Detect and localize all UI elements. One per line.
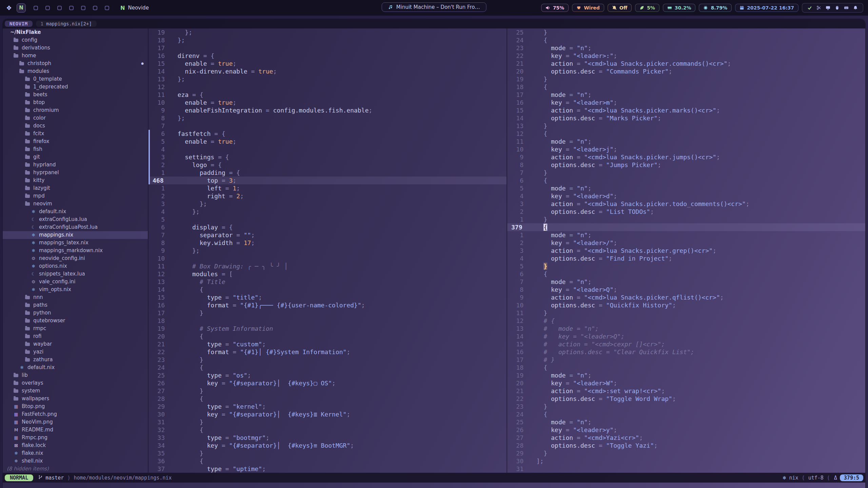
- tree-item-python[interactable]: python: [3, 309, 148, 317]
- code-line[interactable]: 14 options.desc = "Marks Picker";: [507, 114, 865, 122]
- code-line[interactable]: 4 };: [149, 208, 507, 216]
- workspace-empty[interactable]: [93, 6, 97, 10]
- tree-item-git[interactable]: git: [3, 153, 148, 161]
- tree-item-btop-png[interactable]: ▦Btop.png: [3, 403, 148, 410]
- code-line[interactable]: 14 # key = "<leader>Q";: [507, 332, 865, 340]
- code-line[interactable]: 15 # action = "<cmd>cexpr []<cr>";: [507, 340, 865, 348]
- code-line[interactable]: 11 # Box Drawing: ╭ ─ ╮ ╰ ╯ │: [149, 262, 507, 270]
- code-line[interactable]: 29 type = "kernel";: [149, 403, 507, 410]
- code-line[interactable]: 30 ];: [507, 457, 865, 465]
- workspace-active[interactable]: N: [17, 3, 26, 13]
- code-line[interactable]: 9 enableFishIntegration = config.modules…: [149, 106, 507, 114]
- launcher-icon[interactable]: ❖: [6, 4, 12, 12]
- code-line[interactable]: 23 }: [507, 403, 865, 410]
- tree-item-system[interactable]: system: [3, 387, 148, 395]
- module-cpu[interactable]: 8.79%: [699, 4, 732, 12]
- tree-item-readme-md[interactable]: MREADME.md: [3, 426, 148, 434]
- tree-item-fastfetch-png[interactable]: ▦FastFetch.png: [3, 410, 148, 418]
- code-line[interactable]: 26 key = "{#separator}│ {#keys}▢ OS";: [149, 379, 507, 387]
- code-line[interactable]: 2 options.desc = "List TODOs";: [507, 208, 865, 216]
- tree-item-lazygit[interactable]: lazygit: [3, 184, 148, 192]
- scissors-icon[interactable]: [816, 5, 821, 10]
- code-line[interactable]: 19 }: [507, 75, 865, 83]
- code-line[interactable]: 4 key = "<leader>d";: [507, 192, 865, 200]
- code-line[interactable]: 10 enable = true;: [149, 99, 507, 106]
- module-notifications[interactable]: Off: [608, 4, 632, 12]
- tree-item-kitty[interactable]: kitty: [3, 177, 148, 184]
- code-line[interactable]: 3 };: [149, 200, 507, 208]
- code-line[interactable]: 32 {: [149, 426, 507, 434]
- code-line[interactable]: 12: [149, 83, 507, 91]
- tree-item-flake-nix[interactable]: ❄flake.nix: [3, 449, 148, 457]
- code-line[interactable]: 6 display = {: [149, 223, 507, 231]
- code-line[interactable]: 21 action = "<cmd>:set wrap!<cr>";: [507, 387, 865, 395]
- display-icon[interactable]: [826, 5, 830, 10]
- code-line[interactable]: 16 # options.desc = "Clear Quickfix List…: [507, 348, 865, 356]
- tree-item-wallpapers[interactable]: wallpapers: [3, 395, 148, 403]
- code-line[interactable]: 6 {: [507, 177, 865, 184]
- tree-item-neovim-png[interactable]: ▦NeoVim.png: [3, 418, 148, 426]
- code-line[interactable]: 24 {: [149, 364, 507, 371]
- tree-item-home[interactable]: home: [3, 52, 148, 60]
- code-line[interactable]: 12 # {: [507, 317, 865, 325]
- code-line[interactable]: 8 key = "<leader>Q";: [507, 286, 865, 293]
- code-line[interactable]: 7 separator = "";: [149, 231, 507, 239]
- code-line[interactable]: 9 };: [149, 247, 507, 255]
- tree-item-qutebrowser[interactable]: qutebrowser: [3, 317, 148, 325]
- tree-item-rofi[interactable]: rofi: [3, 332, 148, 340]
- code-line[interactable]: 36 {: [149, 457, 507, 465]
- code-line[interactable]: 468 top = 3;: [149, 177, 507, 184]
- code-line[interactable]: 18 {: [507, 83, 865, 91]
- workspace-empty[interactable]: [69, 6, 74, 10]
- editor-pane-left[interactable]: 19 };18 };1716 direnv = {15 enable = tru…: [149, 28, 507, 473]
- tree-item-hyprpanel[interactable]: hyprpanel: [3, 169, 148, 177]
- code-line[interactable]: 4: [149, 145, 507, 153]
- code-line[interactable]: 25 }: [507, 28, 865, 36]
- code-line[interactable]: 20 key = "<leader>W";: [507, 379, 865, 387]
- code-line[interactable]: 1 left = 1;: [149, 184, 507, 192]
- tree-item-default-nix[interactable]: ❄default.nix: [3, 364, 148, 371]
- code-line[interactable]: 9 action = "<cmd>lua Snacks.picker.qflis…: [507, 293, 865, 301]
- code-line[interactable]: 10: [149, 255, 507, 262]
- tree-item-flake-lock[interactable]: ⊠flake.lock: [3, 442, 148, 449]
- code-line[interactable]: 27 }: [149, 387, 507, 395]
- code-line[interactable]: 28 options.desc = "Toggle Yazi";: [507, 442, 865, 449]
- module-volume[interactable]: 75%: [541, 4, 569, 12]
- tree-item-chromium[interactable]: chromium: [3, 106, 148, 114]
- tab-mappings-nix[interactable]: 1 mappings.nix[2+]: [36, 21, 97, 27]
- tree-item-extraconfigluapost-lua[interactable]: ☾extraConfigLuaPost.lua: [3, 223, 148, 231]
- code-line[interactable]: 8 };: [149, 114, 507, 122]
- code-line[interactable]: 15 action = "<cmd>lua Snacks.picker.mark…: [507, 106, 865, 114]
- code-line[interactable]: 9 action = "<cmd>lua Snacks.picker.jumps…: [507, 153, 865, 161]
- code-line[interactable]: 2 right = 2;: [149, 192, 507, 200]
- tree-item-vim-opts-nix[interactable]: ❄vim_opts.nix: [3, 286, 148, 293]
- code-line[interactable]: 15 type = "title";: [149, 293, 507, 301]
- code-line[interactable]: 31: [507, 465, 865, 473]
- code-line[interactable]: 13 # Title: [149, 278, 507, 286]
- code-line[interactable]: 22 format = "{#1}│ {#}System Information…: [149, 348, 507, 356]
- tree-item-mappings-latex-nix[interactable]: ❄mappings_latex.nix: [3, 239, 148, 247]
- tree-item-0-template[interactable]: 0_template: [3, 75, 148, 83]
- module-power-profile[interactable]: 5%: [635, 4, 659, 12]
- code-line[interactable]: 17 # }: [507, 356, 865, 364]
- window-title-widget[interactable]: N Neovide: [120, 5, 149, 11]
- bell-icon[interactable]: [853, 5, 858, 10]
- code-line[interactable]: 33 type = "bootmgr";: [149, 434, 507, 442]
- workspace-empty[interactable]: [105, 6, 109, 10]
- code-line[interactable]: 17 }: [149, 309, 507, 317]
- tree-item-modules[interactable]: modules: [3, 67, 148, 75]
- code-line[interactable]: 8 options.desc = "Jumps Picker";: [507, 161, 865, 169]
- code-line[interactable]: 25 type = "os";: [149, 371, 507, 379]
- code-line[interactable]: 5 mode = "n";: [507, 184, 865, 192]
- code-line[interactable]: 3 settings = {: [149, 153, 507, 161]
- code-line[interactable]: 14 {: [149, 286, 507, 293]
- code-line[interactable]: 12 {: [507, 130, 865, 138]
- code-line[interactable]: 14 nix-direnv.enable = true;: [149, 67, 507, 75]
- code-line[interactable]: 12 modules = [: [149, 270, 507, 278]
- code-line[interactable]: 23 mode = "n";: [507, 44, 865, 52]
- tree-item-nnn[interactable]: nnn: [3, 293, 148, 301]
- workspace-empty[interactable]: [81, 6, 85, 10]
- code-line[interactable]: 20 options.desc = "Commands Picker";: [507, 67, 865, 75]
- workspace-empty[interactable]: [34, 6, 38, 10]
- code-line[interactable]: 25 mode = "n";: [507, 418, 865, 426]
